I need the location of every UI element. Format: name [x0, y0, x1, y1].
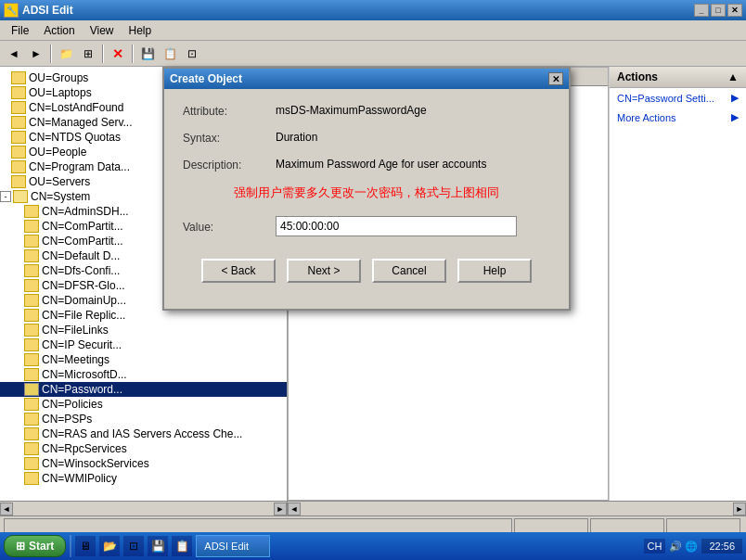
tree-item-cn-password[interactable]: CN=Password...: [0, 382, 287, 397]
tree-item-cn-winsock[interactable]: CN=WinsockServices: [0, 456, 287, 471]
folder-icon: [24, 353, 39, 366]
modal-title-bar: Create Object ✕: [164, 69, 569, 89]
folder-icon: [24, 294, 39, 307]
modal-close-button[interactable]: ✕: [548, 72, 563, 85]
tree-item-cn-psps[interactable]: CN=PSPs: [0, 412, 287, 426]
actions-header: Actions ▲: [610, 67, 746, 88]
more-actions-arrow-icon: ▶: [731, 111, 739, 123]
toolbar-separator-1: [50, 45, 52, 63]
folder-icon: [24, 279, 39, 292]
save-button[interactable]: 💾: [137, 44, 158, 64]
description-value: Maximum Password Age for user accounts: [276, 158, 486, 171]
tree-item-cn-rpcservices[interactable]: CN=RpcServices: [0, 441, 287, 456]
forward-button[interactable]: ►: [26, 44, 46, 64]
syntax-label: Syntax:: [183, 131, 276, 145]
syntax-row: Syntax: Duration: [183, 131, 550, 145]
tree-item-cn-microsoftd[interactable]: CN=MicrosoftD...: [0, 367, 287, 382]
actions-collapse-icon[interactable]: ▲: [727, 70, 739, 83]
folder-icon: [24, 205, 39, 218]
expand-arrow-icon: ▶: [731, 92, 739, 104]
export-button[interactable]: ⊡: [182, 44, 202, 64]
taskbar-icon-4[interactable]: 💾: [148, 536, 168, 556]
close-button[interactable]: ✕: [727, 4, 742, 17]
menu-bar: File Action View Help: [0, 20, 746, 41]
folder-icon-open: [13, 190, 28, 203]
folder-icon: [11, 131, 26, 144]
actions-more-actions[interactable]: More Actions ▶: [610, 108, 746, 127]
menu-help[interactable]: Help: [122, 22, 160, 39]
help-button[interactable]: Help: [457, 259, 532, 283]
taskbar-clock: 22:56: [701, 539, 742, 554]
taskbar-separator: [70, 535, 71, 557]
modal-content: Attribute: msDS-MaximumPasswordAge Synta…: [164, 89, 569, 309]
attribute-value: msDS-MaximumPasswordAge: [276, 104, 427, 117]
taskbar-icon-1[interactable]: 🖥: [75, 536, 96, 556]
toolbar-separator-3: [132, 45, 134, 63]
create-object-dialog: Create Object ✕ Attribute: msDS-MaximumP…: [162, 67, 571, 311]
h-scroll-area: ◄ ► ◄ ►: [0, 501, 746, 515]
back-button[interactable]: ◄: [4, 44, 24, 64]
menu-action[interactable]: Action: [36, 22, 82, 39]
menu-file[interactable]: File: [4, 22, 36, 39]
folder-icon: [11, 146, 26, 159]
modal-title-text: Create Object: [170, 72, 242, 85]
modal-buttons: < Back Next > Cancel Help: [183, 251, 550, 294]
folder-icon: [24, 427, 39, 440]
folder-icon: [24, 264, 39, 277]
folder-icon: [24, 220, 39, 233]
window-title: ADSI Edit: [22, 4, 73, 17]
folder-icon: [24, 368, 39, 381]
folder-icon: [24, 398, 39, 411]
tree-item-cn-meetings[interactable]: CN=Meetings: [0, 352, 287, 367]
next-button[interactable]: Next >: [287, 259, 361, 283]
folder-icon: [24, 309, 39, 322]
toolbar-separator-2: [102, 45, 104, 63]
folder-icon: [24, 383, 39, 396]
description-label: Description:: [183, 158, 276, 172]
value-row: Value:: [183, 216, 550, 236]
tree-item-cn-ipsecurit[interactable]: CN=IP Securit...: [0, 337, 287, 352]
tree-item-cn-ras[interactable]: CN=RAS and IAS Servers Access Che...: [0, 426, 287, 441]
taskbar-icon-2[interactable]: 📂: [99, 536, 120, 556]
taskbar-right: CH 🔊 🌐 22:56: [644, 539, 742, 554]
title-bar: 🔧 ADSI Edit _ □ ✕: [0, 0, 746, 20]
tree-item-cn-policies[interactable]: CN=Policies: [0, 397, 287, 412]
taskbar-adsi-item[interactable]: ADSI Edit: [196, 535, 270, 557]
attribute-row: Attribute: msDS-MaximumPasswordAge: [183, 104, 550, 118]
scroll-right-btn[interactable]: ►: [274, 503, 287, 515]
folder-icon: [11, 71, 26, 84]
tree-item-cn-filelinks[interactable]: CN=FileLinks: [0, 323, 287, 337]
app-icon: 🔧: [4, 3, 19, 18]
cancel-button[interactable]: Cancel: [372, 259, 446, 283]
scroll-right-btn2[interactable]: ►: [733, 503, 746, 515]
folder-icon: [24, 338, 39, 351]
folder-icon: [11, 101, 26, 114]
folder-icon: [11, 175, 26, 188]
value-input[interactable]: [276, 216, 517, 236]
scroll-left-btn[interactable]: ◄: [0, 503, 13, 515]
menu-view[interactable]: View: [83, 22, 122, 39]
expand-icon[interactable]: -: [0, 191, 11, 202]
maximize-button[interactable]: □: [711, 4, 726, 17]
show-hide-button[interactable]: ⊞: [78, 44, 98, 64]
up-button[interactable]: 📁: [56, 44, 76, 64]
tree-item-cn-wmipolicy[interactable]: CN=WMIPolicy: [0, 471, 287, 486]
folder-icon: [24, 442, 39, 455]
taskbar-tray-icons: 🔊 🌐: [669, 541, 698, 553]
taskbar-icon-5[interactable]: 📋: [172, 536, 192, 556]
actions-title: Actions: [617, 70, 658, 83]
start-button[interactable]: ⊞ Start: [4, 535, 66, 557]
actions-selected-item[interactable]: CN=Password Setti... ▶: [610, 88, 746, 108]
folder-icon: [11, 116, 26, 129]
properties-button[interactable]: 📋: [160, 44, 180, 64]
taskbar-icon-3[interactable]: ⊡: [123, 536, 144, 556]
delete-button[interactable]: ✕: [108, 44, 128, 64]
taskbar-lang: CH: [644, 539, 666, 554]
folder-icon: [24, 324, 39, 337]
minimize-button[interactable]: _: [694, 4, 709, 17]
scroll-left-btn2[interactable]: ◄: [288, 503, 301, 515]
folder-icon: [11, 160, 26, 173]
back-button[interactable]: < Back: [201, 259, 276, 283]
chinese-annotation: 强制用户需要多久更改一次密码，格式与上图相同: [183, 185, 550, 201]
taskbar: ⊞ Start 🖥 📂 ⊡ 💾 📋 ADSI Edit CH 🔊 🌐 22:56: [0, 532, 746, 560]
